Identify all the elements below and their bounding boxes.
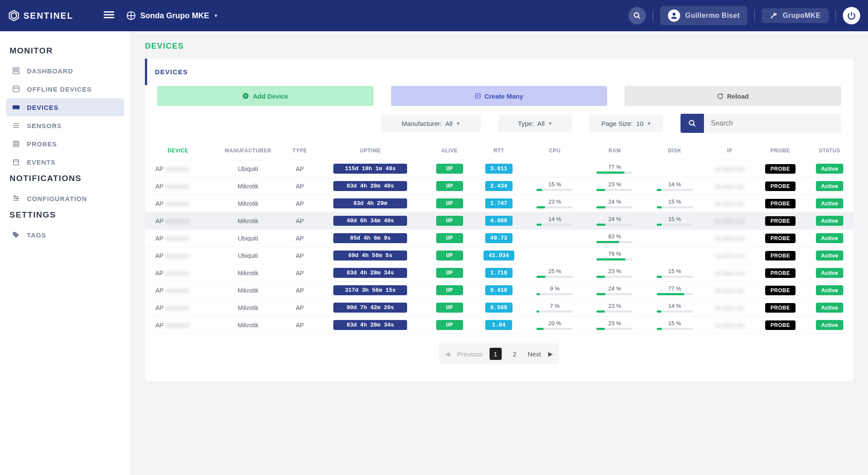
sidebar-item-sensors[interactable]: SENSORS <box>6 116 124 135</box>
table-row[interactable]: AP xxxxxxxx Mikrotik AP 40d 6h 34m 40s U… <box>145 212 853 230</box>
table-row[interactable]: AP xxxxxxxx Mikrotik AP 83d 4h 29m UP 1.… <box>145 195 853 212</box>
sidebar-item-tags[interactable]: TAGS <box>6 226 124 244</box>
svg-line-9 <box>638 16 640 19</box>
logout-button[interactable] <box>843 7 860 24</box>
table-row[interactable]: AP xxxxxxxx Mikrotik AP 83d 4h 28m 40s U… <box>145 178 853 195</box>
type-filter[interactable]: Type: All ▼ <box>498 115 572 132</box>
prev-button: Previous <box>457 350 482 358</box>
sidebar-item-probes[interactable]: PROBES <box>6 135 124 153</box>
svg-rect-14 <box>13 72 19 74</box>
chevron-down-icon: ▼ <box>456 121 460 126</box>
svg-point-36 <box>689 120 694 125</box>
sidebar-item-events[interactable]: EVENTS <box>6 153 124 171</box>
prev-arrow-icon: ◀ <box>445 350 450 357</box>
probe-label: Sonda Grupo MKE <box>140 11 209 20</box>
topbar: SENTINEL Sonda Grupo MKE ▼ Guillermo Bis… <box>0 0 868 31</box>
sidebar: MONITOR DASHBOARD OFFLINE DEVICES DEVICE… <box>0 31 130 475</box>
table-search-button[interactable] <box>681 114 704 133</box>
page-2[interactable]: 2 <box>509 348 521 360</box>
user-name: Guillermo Biset <box>685 12 740 20</box>
svg-marker-1 <box>11 13 16 19</box>
sidebar-item-offline-devices[interactable]: OFFLINE DEVICES <box>6 80 124 98</box>
col-manufacturer[interactable]: MANUFACTURER <box>211 142 285 160</box>
table-row[interactable]: AP xxxxxxxx Ubiquiti AP 115d 18h 1m 48s … <box>145 160 853 178</box>
page-1[interactable]: 1 <box>490 348 502 360</box>
table-row[interactable]: AP xxxxxxxx Mikrotik AP 83d 4h 28m 34s U… <box>145 317 853 334</box>
col-ram[interactable]: RAM <box>585 142 644 160</box>
table-row[interactable]: AP xxxxxxxx Mikrotik AP 317d 3h 56m 15s … <box>145 282 853 299</box>
svg-rect-12 <box>13 68 15 70</box>
col-probe[interactable]: PROBE <box>755 142 806 160</box>
create-many-button[interactable]: Create Many <box>391 86 608 106</box>
next-arrow-icon[interactable]: ▶ <box>548 350 553 357</box>
org-name: GrupoMKE <box>783 12 821 20</box>
brand-name: SENTINEL <box>23 11 73 21</box>
tags-icon <box>12 231 20 239</box>
table-row[interactable]: AP xxxxxxxx Ubiquiti AP 85d 4h 6m 9s UP … <box>145 230 853 247</box>
svg-rect-13 <box>17 68 19 70</box>
svg-rect-15 <box>13 86 19 92</box>
chevron-down-icon: ▼ <box>647 121 651 126</box>
col-disk[interactable]: DISK <box>644 142 704 160</box>
svg-line-37 <box>693 124 695 126</box>
plus-circle-icon <box>242 92 249 99</box>
page-title: DEVICES <box>145 42 853 51</box>
dashboard-icon <box>12 67 20 75</box>
search-input[interactable] <box>704 114 841 133</box>
search-button[interactable] <box>628 7 646 24</box>
avatar-icon <box>668 10 680 22</box>
manufacturer-filter[interactable]: Manufacturer: All ▼ <box>381 115 481 132</box>
svg-rect-17 <box>13 106 20 109</box>
probe-selector[interactable]: Sonda Grupo MKE ▼ <box>126 11 218 20</box>
divider <box>754 10 755 21</box>
tab-devices[interactable]: DEVICES <box>145 59 197 85</box>
sensors-icon <box>12 122 20 129</box>
sidebar-section-title: SETTINGS <box>10 210 121 220</box>
col-status[interactable]: STATUS <box>806 142 853 160</box>
col-cpu[interactable]: CPU <box>525 142 585 160</box>
events-icon <box>12 158 20 166</box>
col-type[interactable]: TYPE <box>285 142 315 160</box>
reload-icon <box>717 93 723 99</box>
col-uptime[interactable]: UPTIME <box>315 142 426 160</box>
globe-icon <box>126 11 136 20</box>
reload-button[interactable]: Reload <box>625 86 841 106</box>
user-menu[interactable]: Guillermo Biset <box>660 6 748 25</box>
power-icon <box>847 11 856 20</box>
add-device-button[interactable]: Add Device <box>157 86 374 106</box>
svg-point-28 <box>14 196 16 197</box>
table-row[interactable]: AP xxxxxxxx Ubiquiti AP 69d 4h 56m 5s UP… <box>145 247 853 264</box>
offline-icon <box>12 85 20 93</box>
menu-toggle[interactable] <box>104 10 114 22</box>
divider <box>835 10 836 21</box>
search-icon <box>688 119 696 127</box>
col-device[interactable]: DEVICE <box>145 142 211 160</box>
svg-rect-22 <box>15 142 17 145</box>
table-row[interactable]: AP xxxxxxxx Mikrotik AP 83d 4h 28m 34s U… <box>145 264 853 282</box>
svg-point-8 <box>634 13 639 17</box>
brand-logo[interactable]: SENTINEL <box>8 10 73 22</box>
chevron-down-icon: ▼ <box>214 13 218 18</box>
col-rtt[interactable]: RTT <box>473 142 525 160</box>
svg-point-29 <box>17 198 18 199</box>
next-button[interactable]: Next <box>528 350 541 358</box>
sidebar-item-dashboard[interactable]: DASHBOARD <box>6 62 124 80</box>
sidebar-item-devices[interactable]: DEVICES <box>6 98 124 116</box>
svg-rect-23 <box>13 160 19 165</box>
svg-rect-3 <box>104 14 114 16</box>
hexagon-icon <box>8 10 20 22</box>
sidebar-section-title: MONITOR <box>10 46 121 56</box>
table-row[interactable]: AP xxxxxxxx Mikrotik AP 90d 7h 42m 20s U… <box>145 299 853 317</box>
sidebar-item-configuration[interactable]: CONFIGURATION <box>6 189 124 208</box>
probes-icon <box>12 140 20 148</box>
pagesize-filter[interactable]: Page Size: 10 ▼ <box>589 115 663 132</box>
col-ip[interactable]: IP <box>705 142 755 160</box>
hamburger-icon <box>104 10 114 20</box>
col-alive[interactable]: ALIVE <box>426 142 473 160</box>
sidebar-section-title: NOTIFICATIONS <box>10 174 121 183</box>
svg-point-10 <box>672 13 675 16</box>
pagination: ◀ Previous 12 Next ▶ <box>145 343 853 364</box>
org-menu[interactable]: GrupoMKE <box>762 8 829 23</box>
search-icon <box>633 12 641 20</box>
devices-icon <box>12 103 20 111</box>
